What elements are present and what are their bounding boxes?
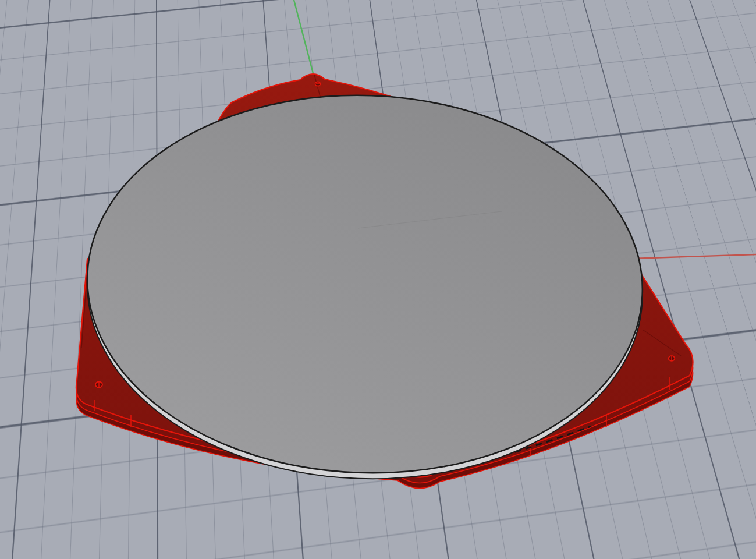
y-axis-line <box>294 0 313 73</box>
cad-viewport[interactable] <box>0 0 756 559</box>
x-axis-line <box>631 254 756 259</box>
model-layer <box>0 0 756 559</box>
